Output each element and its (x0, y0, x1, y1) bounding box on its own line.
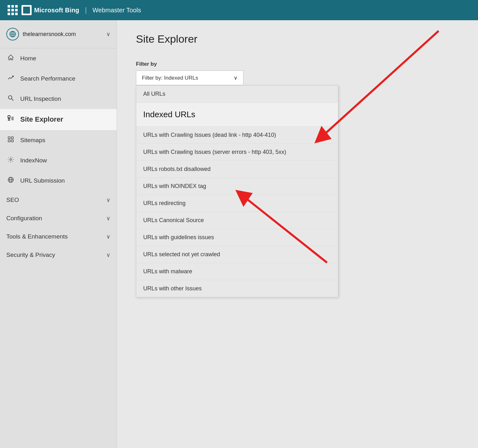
site-name: thelearnersnook.com (23, 31, 102, 38)
brand-logo: Microsoft Bing (21, 5, 79, 15)
dropdown-item-other[interactable]: URLs with other Issues (136, 280, 338, 297)
svg-rect-3 (24, 10, 26, 12)
site-explorer-icon (6, 115, 15, 124)
sidebar-section-configuration[interactable]: Configuration ∨ (0, 209, 117, 227)
svg-point-22 (10, 159, 12, 160)
search-performance-label: Search Performance (20, 75, 75, 82)
url-inspection-label: URL Inspection (20, 95, 61, 102)
site-selector[interactable]: thelearnersnook.com ∨ (0, 20, 117, 48)
dropdown-item-crawling-server[interactable]: URLs with Crawling Issues (server errors… (136, 144, 338, 161)
search-performance-icon (6, 74, 15, 83)
sitemaps-icon (6, 136, 15, 144)
top-bar: Microsoft Bing | Webmaster Tools (0, 0, 478, 20)
url-submission-icon (6, 176, 15, 185)
bing-icon (21, 5, 32, 15)
dropdown-item-guidelines[interactable]: URLs with guidelines issues (136, 229, 338, 246)
brand-name: Microsoft Bing (34, 7, 79, 14)
svg-point-9 (9, 96, 12, 99)
svg-rect-11 (8, 116, 10, 118)
sidebar-item-url-submission[interactable]: URL Submission (0, 171, 117, 191)
filter-btn-text: Filter by: Indexed URLs (142, 75, 198, 81)
indexnow-label: IndexNow (20, 157, 47, 164)
security-label: Security & Privacy (6, 251, 55, 258)
configuration-chevron: ∨ (106, 215, 110, 222)
dropdown-item-malware[interactable]: URLs with malware (136, 263, 338, 280)
dropdown-item-crawling-404[interactable]: URLs with Crawling Issues (dead link - h… (136, 127, 338, 144)
tools-label: Tools & Enhancements (6, 233, 68, 240)
home-label: Home (20, 55, 36, 62)
svg-rect-4 (27, 10, 29, 12)
main-content: Site Explorer Filter by Filter by: Index… (117, 20, 478, 448)
home-icon (6, 54, 15, 63)
seo-label: SEO (6, 197, 19, 203)
seo-chevron: ∨ (106, 197, 110, 203)
sidebar-section-tools[interactable]: Tools & Enhancements ∨ (0, 227, 117, 246)
sidebar-item-url-inspection[interactable]: URL Inspection (0, 89, 117, 109)
brand-divider: | (85, 6, 87, 14)
globe-icon (6, 28, 19, 40)
sidebar-section-security[interactable]: Security & Privacy ∨ (0, 246, 117, 264)
sidebar-item-home[interactable]: Home (0, 48, 117, 69)
svg-rect-0 (23, 7, 30, 14)
svg-rect-19 (11, 137, 13, 139)
svg-rect-18 (8, 137, 10, 139)
apps-grid-icon[interactable] (8, 5, 18, 15)
filter-label: Filter by (136, 61, 459, 67)
filter-section: Filter by Filter by: Indexed URLs ∨ All … (136, 61, 459, 297)
sidebar-item-site-explorer[interactable]: Site Explorer (0, 109, 117, 130)
sidebar-item-sitemaps[interactable]: Sitemaps (0, 130, 117, 150)
sidebar-item-indexnow[interactable]: IndexNow (0, 150, 117, 171)
dropdown-item-indexed-urls[interactable]: Indexed URLs (136, 103, 338, 127)
svg-rect-20 (8, 140, 10, 142)
main-layout: thelearnersnook.com ∨ Home Search Perfor… (0, 20, 478, 448)
svg-line-10 (12, 99, 14, 101)
configuration-label: Configuration (6, 215, 42, 222)
sitemaps-label: Sitemaps (20, 137, 45, 144)
svg-rect-1 (24, 8, 26, 10)
dropdown-item-redirecting[interactable]: URLs redirecting (136, 195, 338, 212)
dropdown-item-noindex[interactable]: URLs with NOINDEX tag (136, 178, 338, 195)
site-selector-chevron: ∨ (106, 31, 110, 38)
dropdown-item-all-urls[interactable]: All URLs (136, 86, 338, 103)
site-explorer-label: Site Explorer (20, 115, 63, 124)
url-inspection-icon (6, 94, 15, 103)
sidebar-item-search-performance[interactable]: Search Performance (0, 69, 117, 89)
product-title: Webmaster Tools (93, 7, 141, 14)
filter-btn-chevron: ∨ (234, 75, 237, 81)
url-submission-label: URL Submission (20, 177, 65, 184)
tools-chevron: ∨ (106, 233, 110, 240)
page-title: Site Explorer (136, 33, 459, 45)
sidebar-section-seo[interactable]: SEO ∨ (0, 191, 117, 209)
filter-dropdown-button[interactable]: Filter by: Indexed URLs ∨ (136, 70, 243, 85)
filter-dropdown-menu: All URLs Indexed URLs URLs with Crawling… (136, 85, 338, 297)
dropdown-item-not-crawled[interactable]: URLs selected not yet crawled (136, 246, 338, 263)
dropdown-item-robots[interactable]: URLs robots.txt disallowed (136, 161, 338, 178)
svg-rect-2 (27, 8, 29, 10)
svg-rect-21 (11, 140, 13, 142)
dropdown-item-canonical[interactable]: URLs Canonical Source (136, 212, 338, 229)
indexnow-icon (6, 156, 15, 165)
sidebar: thelearnersnook.com ∨ Home Search Perfor… (0, 20, 117, 448)
security-chevron: ∨ (106, 251, 110, 258)
